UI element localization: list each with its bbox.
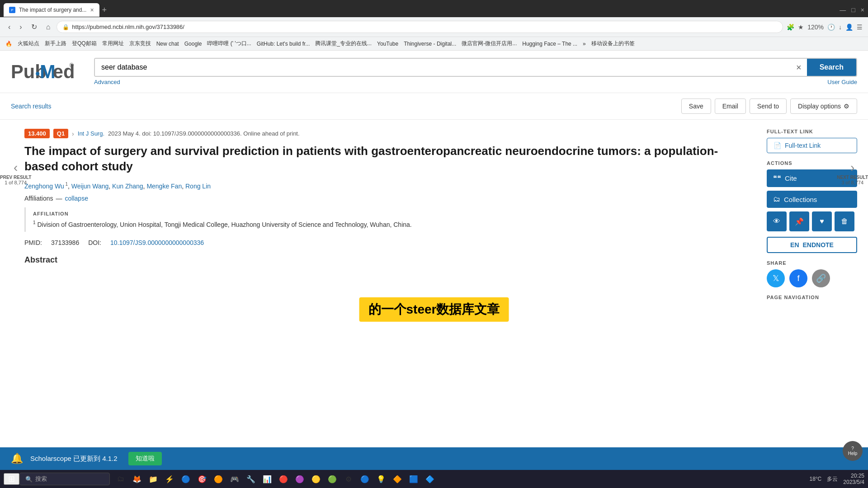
link-icon: 🔗 [816, 273, 826, 283]
author-2-link[interactable]: Weijun Wang [71, 182, 108, 189]
bookmark-qq[interactable]: 登QQ邮箱 [72, 40, 97, 47]
user-guide-link[interactable]: User Guide [827, 79, 857, 85]
share-icons: 𝕏 f 🔗 [767, 269, 857, 287]
affil-item-1: 1 Division of Gastroenterology, Union Ho… [33, 220, 741, 228]
pmid-label: PMID: [24, 239, 42, 246]
article-ids: PMID: 37133986 DOI: 10.1097/JS9.00000000… [24, 239, 749, 246]
author-3-link[interactable]: Kun Zhang [112, 182, 143, 189]
tab-bar: P The impact of surgery and... × + — □ × [0, 0, 868, 17]
zoom-indicator[interactable]: 120% [807, 23, 824, 31]
prev-result-nav[interactable]: ‹ PREV RESULT 1 of 8,774 [0, 156, 36, 190]
advanced-search-link[interactable]: Advanced [94, 79, 120, 85]
endnote-en-label: EN [790, 241, 799, 249]
search-clear-button[interactable]: × [791, 59, 807, 76]
home-button[interactable]: ⌂ [43, 21, 53, 33]
account-button[interactable]: 👤 [845, 23, 853, 31]
add-tab-button[interactable]: + [102, 5, 107, 15]
bookmark-common[interactable]: 常用网址 [102, 40, 124, 47]
send-to-button[interactable]: Send to [750, 99, 787, 114]
eye-icon-button[interactable]: 👁 [767, 211, 787, 231]
article-area: ‹ PREV RESULT 1 of 8,774 13.400 Q1 › Int… [0, 120, 868, 316]
downloads-button[interactable]: ↓ [839, 23, 842, 31]
display-options-button[interactable]: Display options ⚙ [790, 99, 857, 114]
author-1-sup: 1 [64, 182, 68, 187]
trash-icon-button[interactable]: 🗑 [835, 211, 854, 231]
author-5-link[interactable]: Rong Lin [185, 182, 211, 189]
bookmark-github[interactable]: GitHub: Let's build fr... [257, 41, 310, 47]
active-tab[interactable]: P The impact of surgery and... × [4, 3, 99, 17]
next-label: NEXT RESULT [837, 175, 868, 180]
menu-button[interactable]: ☰ [857, 23, 863, 31]
endnote-label: ENDNOTE [803, 241, 834, 249]
search-results-breadcrumb[interactable]: Search results [11, 103, 51, 110]
next-count: 3 of 8,774 [841, 180, 863, 185]
bookmark-weidian[interactable]: 微店官网-微信开店用... [462, 40, 517, 47]
save-button[interactable]: Save [681, 99, 711, 114]
share-label: SHARE [767, 260, 857, 266]
bookmark-hugging[interactable]: Hugging Face – The ... [522, 41, 577, 47]
bookmark-youtube[interactable]: YouTube [377, 41, 398, 47]
bookmark-button[interactable]: ★ [798, 23, 804, 31]
bookmark-google[interactable]: Google [184, 41, 202, 47]
prev-count: 1 of 8,774 [5, 180, 27, 185]
doi-link[interactable]: 10.1097/JS9.0000000000000336 [110, 239, 204, 246]
bookmark-mobile[interactable]: 移动设备上的书签 [591, 40, 635, 47]
collapse-link[interactable]: collapse [65, 195, 88, 202]
fulltext-icon: 📄 [774, 142, 781, 149]
back-button[interactable]: ‹ [5, 21, 13, 33]
heart-icon-button[interactable]: ♥ [812, 211, 832, 231]
bookmark-more[interactable]: » [583, 41, 586, 47]
url-text: https://pubmed.ncbi.nlm.nih.gov/37133986… [72, 23, 184, 30]
pubmed-header: Pub M ed ® × Search Advanced User Guide [0, 51, 868, 93]
bookmark-fire[interactable]: 火狐站点 [18, 40, 39, 47]
email-button[interactable]: Email [715, 99, 746, 114]
dash: — [56, 195, 62, 202]
quartile-badge: Q1 [53, 129, 68, 138]
address-bar[interactable]: 🔒 https://pubmed.ncbi.nlm.nih.gov/371339… [57, 21, 783, 33]
extensions-button[interactable]: 🧩 [787, 23, 794, 31]
journal-name-link[interactable]: Int J Surg. [78, 130, 104, 137]
refresh-button[interactable]: ↻ [28, 21, 40, 33]
prev-arrow-icon: ‹ [14, 160, 18, 175]
subtitle-overlay: 的一个steer数据库文章 [359, 297, 509, 322]
bookmark-tencent[interactable]: 腾讯课堂_专业的在线... [315, 40, 372, 47]
fulltext-section: FULL-TEXT LINK 📄 Full-text Link [767, 129, 857, 153]
svg-point-3 [36, 72, 39, 75]
abstract-heading: Abstract [24, 255, 749, 265]
bookmark-new[interactable]: 新手上路 [45, 40, 66, 47]
svg-text:®: ® [70, 61, 74, 68]
share-twitter-button[interactable]: 𝕏 [767, 269, 785, 287]
bookmark-jd[interactable]: 京东竞技 [129, 40, 151, 47]
endnote-button[interactable]: EN ENDNOTE [767, 237, 857, 253]
collections-button[interactable]: 🗂 Collections [767, 191, 857, 208]
share-link-button[interactable]: 🔗 [812, 269, 830, 287]
next-arrow-icon: › [850, 160, 854, 175]
tab-close-icon[interactable]: × [90, 6, 94, 14]
cite-icon: ❝❝ [773, 174, 781, 183]
search-button[interactable]: Search [807, 59, 856, 76]
nav-actions: 🧩 ★ 120% 🕐 ↓ 👤 ☰ [787, 23, 863, 31]
tab-favicon: P [9, 7, 15, 13]
bookmark-thingiverse[interactable]: Thingiverse - Digital... [404, 41, 456, 47]
pin-icon-button[interactable]: 📌 [789, 211, 809, 231]
bookmark-newchat[interactable]: New chat [156, 41, 179, 47]
maximize-icon[interactable]: □ [851, 6, 855, 14]
author-4-link[interactable]: Mengke Fan [146, 182, 182, 189]
bookmark-bilibili[interactable]: 哔哩哔哩 (' 'つ口... [207, 40, 251, 47]
close-window-icon[interactable]: × [861, 6, 864, 14]
page-nav-label: PAGE NAVIGATION [767, 295, 857, 300]
browser-chrome: P The impact of surgery and... × + — □ ×… [0, 0, 868, 51]
forward-button[interactable]: › [17, 21, 24, 33]
affil-heading: AFFILIATION [33, 211, 741, 216]
journal-arrow-icon: › [72, 130, 74, 137]
affiliation-box: AFFILIATION 1 Division of Gastroenterolo… [24, 207, 749, 232]
minimize-icon[interactable]: — [840, 6, 846, 14]
share-section: SHARE 𝕏 f 🔗 [767, 260, 857, 287]
next-result-nav[interactable]: › NEXT RESULT 3 of 8,774 [832, 156, 868, 190]
tab-title: The impact of surgery and... [19, 7, 86, 13]
collections-icon: 🗂 [773, 195, 780, 203]
fulltext-link-button[interactable]: 📄 Full-text Link [767, 138, 857, 153]
history-button[interactable]: 🕐 [827, 23, 835, 31]
share-facebook-button[interactable]: f [789, 269, 807, 287]
search-input[interactable] [95, 59, 791, 76]
